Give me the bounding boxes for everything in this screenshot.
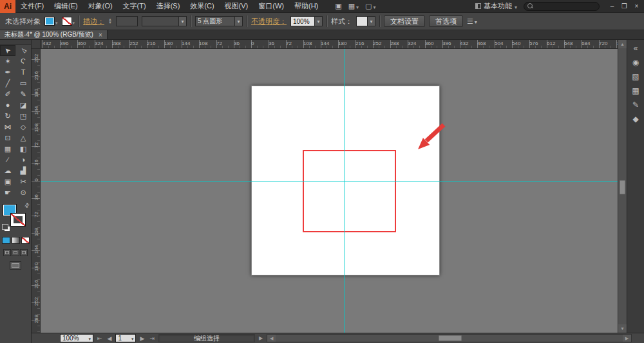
width-profile-dropdown[interactable] — [142, 16, 187, 26]
close-button[interactable]: × — [630, 1, 643, 12]
menu-view[interactable]: 视图(V) — [220, 0, 254, 13]
toolbar-grip[interactable] — [0, 40, 31, 45]
eyedropper-tool[interactable]: ∕ — [0, 154, 15, 165]
stroke-weight-field[interactable] — [116, 16, 138, 26]
search-box[interactable] — [524, 2, 600, 11]
scroll-right-icon[interactable]: ▶ — [623, 335, 631, 342]
ruler-origin-corner[interactable] — [32, 40, 41, 49]
opacity-panel-link[interactable]: 不透明度： — [251, 17, 287, 26]
menu-edit[interactable]: 编辑(E) — [49, 0, 83, 13]
paintbrush-tool[interactable]: ✐ — [0, 89, 15, 100]
brushes-panel-icon[interactable]: ✎ — [629, 98, 643, 112]
zoom-tool[interactable]: ⊙ — [15, 187, 31, 198]
scroll-up-icon[interactable]: ▲ — [618, 40, 627, 48]
change-screen-mode-button[interactable] — [10, 261, 21, 270]
stroke-panel-link[interactable]: 描边： — [83, 17, 104, 26]
symbol-sprayer-tool[interactable]: ☁ — [0, 165, 15, 176]
vertical-guide[interactable] — [345, 49, 345, 333]
horizontal-scrollbar[interactable]: ◀ ▶ — [267, 334, 632, 342]
color-panel-icon[interactable]: ◉ — [629, 55, 643, 70]
document-tab[interactable]: 未标题-4* @ 100% (RGB/预览) × — [0, 30, 108, 39]
swatches-panel-icon[interactable]: ▦ — [629, 84, 643, 98]
fill-color-control[interactable] — [44, 17, 58, 26]
column-graph-tool[interactable]: ▟ — [15, 165, 31, 176]
color-guide-panel-icon[interactable]: ▧ — [629, 70, 643, 84]
horizontal-ruler[interactable]: 4323963603242882522161801441087236036721… — [41, 40, 618, 49]
arrange-documents-icon[interactable]: ▦ — [348, 2, 359, 10]
menu-help[interactable]: 帮助(H) — [289, 0, 323, 13]
horizontal-scroll-track[interactable] — [276, 335, 623, 342]
scale-tool[interactable]: ◳ — [15, 111, 31, 122]
direct-selection-tool[interactable]: ▻ — [15, 45, 31, 56]
vertical-scroll-track[interactable] — [618, 48, 627, 324]
menu-select[interactable]: 选择(S) — [151, 0, 185, 13]
style-dropdown[interactable] — [356, 16, 375, 26]
stroke-weight-stepper[interactable]: ▲ ▼ — [108, 18, 112, 24]
rectangle-tool[interactable]: ▭ — [15, 78, 31, 89]
selection-tool[interactable]: ➤ — [0, 45, 15, 56]
preferences-button[interactable]: 首选项 — [429, 15, 463, 27]
menu-object[interactable]: 对象(O) — [83, 0, 118, 13]
brush-definition-dropdown[interactable]: 5 点圆形 — [195, 16, 243, 26]
symbols-panel-icon[interactable]: ◆ — [629, 112, 643, 126]
bridge-icon[interactable]: ▣ — [335, 2, 341, 10]
opacity-dropdown[interactable]: 100% — [290, 16, 323, 26]
close-tab-icon[interactable]: × — [99, 32, 102, 39]
restore-button[interactable]: ❒ — [618, 1, 630, 12]
draw-normal-button[interactable] — [3, 249, 11, 256]
opacity-value[interactable]: 100% — [290, 16, 315, 26]
perspective-grid-tool[interactable]: △ — [15, 133, 31, 144]
menu-type[interactable]: 文字(T) — [118, 0, 151, 13]
stroke-color-control[interactable] — [62, 17, 75, 26]
swap-fill-stroke-icon[interactable]: ⇄ — [23, 201, 31, 209]
blend-tool[interactable]: ◑ — [15, 154, 31, 165]
status-flyout-icon[interactable]: ▶ — [258, 335, 264, 341]
expand-panels-icon[interactable]: « — [629, 41, 643, 55]
draw-behind-button[interactable] — [12, 249, 19, 256]
line-segment-tool[interactable]: ╱ — [0, 78, 15, 89]
horizontal-guide[interactable] — [41, 181, 618, 181]
blob-brush-tool[interactable]: ● — [0, 100, 15, 111]
search-input[interactable] — [536, 3, 596, 10]
default-fill-stroke-icon[interactable] — [2, 224, 8, 230]
vertical-scroll-thumb[interactable] — [620, 180, 625, 194]
minimize-button[interactable]: – — [606, 1, 618, 12]
slice-tool[interactable]: ✂ — [15, 176, 31, 187]
artboard-tool[interactable]: ▣ — [0, 176, 15, 187]
document-setup-button[interactable]: 文档设置 — [384, 15, 425, 27]
type-tool[interactable]: T — [15, 67, 31, 78]
magic-wand-tool[interactable]: ✶ — [0, 56, 15, 67]
pen-tool[interactable]: ✒ — [0, 67, 15, 78]
rotate-tool[interactable]: ↻ — [0, 111, 15, 122]
lasso-tool[interactable]: Ϛ — [15, 56, 31, 67]
screen-mode-icon[interactable]: ▢ — [365, 2, 375, 10]
first-artboard-button[interactable]: ⇤ — [96, 335, 104, 342]
canvas[interactable] — [41, 49, 618, 333]
last-artboard-button[interactable]: ⇥ — [148, 335, 156, 342]
previous-artboard-button[interactable]: ◀ — [106, 335, 113, 342]
next-artboard-button[interactable]: ▶ — [138, 335, 146, 342]
scroll-down-icon[interactable]: ▼ — [618, 324, 627, 333]
stroke-swatch-none[interactable] — [62, 17, 72, 26]
vertical-scrollbar[interactable]: ▲ ▼ — [618, 40, 627, 333]
control-panel-menu-icon[interactable]: ☰ — [467, 17, 477, 26]
hand-tool[interactable]: ☛ — [0, 187, 15, 198]
drawn-rectangle[interactable] — [303, 150, 396, 232]
shape-builder-tool[interactable]: ⊡ — [0, 133, 15, 144]
horizontal-scroll-thumb[interactable] — [439, 335, 462, 341]
draw-inside-button[interactable] — [20, 249, 28, 256]
vertical-ruler[interactable]: 2522161801441087236036721081441802162522… — [32, 49, 41, 333]
workspace-switcher[interactable]: 基本功能 — [475, 1, 517, 11]
width-tool[interactable]: ⋈ — [0, 122, 15, 133]
menu-effect[interactable]: 效果(C) — [185, 0, 219, 13]
pencil-tool[interactable]: ✎ — [15, 89, 31, 100]
gradient-button[interactable] — [12, 237, 20, 244]
menu-file[interactable]: 文件(F) — [15, 0, 49, 13]
none-button[interactable] — [21, 237, 30, 244]
artboard-number-dropdown[interactable]: 1 — [115, 334, 136, 342]
stepper-down-icon[interactable]: ▼ — [108, 21, 112, 24]
zoom-level-dropdown[interactable]: 100% — [60, 334, 93, 342]
color-button[interactable] — [2, 237, 10, 244]
fill-swatch[interactable] — [44, 17, 55, 26]
scroll-left-icon[interactable]: ◀ — [267, 335, 276, 342]
